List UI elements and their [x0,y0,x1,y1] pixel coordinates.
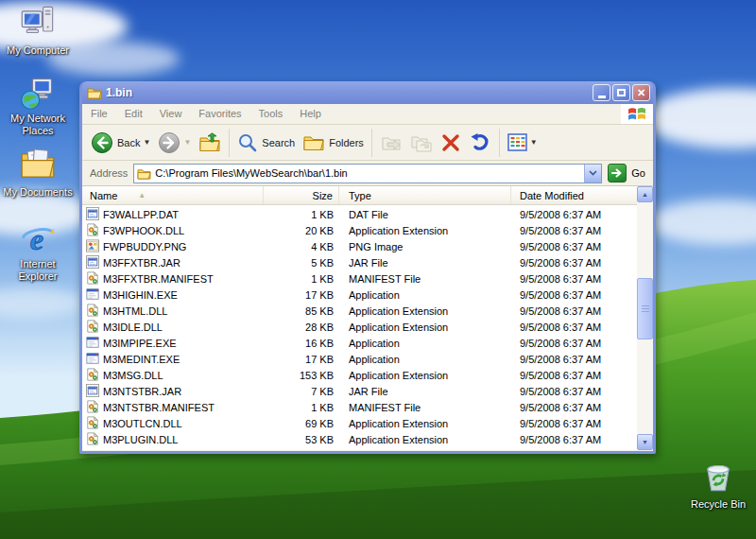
file-row[interactable]: FWPBUDDY.PNG4 KBPNG Image9/5/2008 6:37 A… [82,238,637,254]
window-title: 1.bin [106,86,593,99]
undo-icon [469,132,491,153]
file-date-modified: 9/5/2008 6:37 AM [511,418,637,429]
close-button[interactable]: ✕ [632,84,650,101]
file-row[interactable]: M3FFXTBR.JAR5 KBJAR File9/5/2008 6:37 AM [82,254,637,270]
my-documents-icon [19,146,57,182]
file-row[interactable]: M3OUTLCN.DLL69 KBApplication Extension9/… [82,415,637,431]
forward-button[interactable]: ▼ [154,130,195,156]
file-type: Application Extension [339,225,511,236]
file-size: 85 KB [264,305,339,317]
column-header-type[interactable]: Type [339,186,511,204]
desktop-icon-label: Recycle Bin [689,498,747,511]
desktop-icon-my-network-places[interactable]: My Network Places [0,76,76,138]
scroll-up-button[interactable]: ▲ [637,186,653,202]
file-type: JAR File [339,257,511,269]
file-type: DAT File [339,209,511,220]
menu-item-help[interactable]: Help [291,104,330,124]
copy-to-button[interactable] [406,130,437,155]
address-combo[interactable]: C:\Program Files\MyWebSearch\bar\1.bin [133,164,602,183]
desktop-icon-label: Internet Explorer [0,258,76,283]
desktop-icon-recycle-bin[interactable]: Recycle Bin [680,458,756,512]
delete-button[interactable] [437,130,465,155]
file-date-modified: 9/5/2008 6:37 AM [511,322,637,333]
file-type-icon [86,287,99,303]
toolbar-separator [499,129,500,157]
maximize-button[interactable] [612,84,630,101]
move-to-icon [380,132,403,153]
file-type-icon [86,320,99,335]
file-row[interactable]: M3MEDINT.EXE17 KBApplication9/5/2008 6:3… [82,351,637,367]
file-name: M3OUTLCN.DLL [103,418,182,429]
list-header: Name ▲ Size Type Date Modified [82,186,653,205]
views-button[interactable]: ▼ [504,131,541,153]
column-header-date-modified[interactable]: Date Modified [511,186,637,204]
file-row[interactable]: F3WPHOOK.DLL20 KBApplication Extension9/… [82,222,637,238]
file-size: 20 KB [264,225,339,236]
menu-item-view[interactable]: View [151,104,191,124]
up-button[interactable] [195,130,225,155]
file-date-modified: 9/5/2008 6:37 AM [511,225,637,236]
chevron-down-icon: ▼ [143,138,150,147]
vertical-scrollbar[interactable]: ▲ ▼ [637,186,653,450]
file-date-modified: 9/5/2008 6:37 AM [511,386,637,397]
move-to-button[interactable] [376,130,406,155]
file-date-modified: 9/5/2008 6:37 AM [511,402,637,413]
file-size: 5 KB [264,257,339,269]
address-bar: Address C:\Program Files\MyWebSearch\bar… [82,161,653,186]
undo-button[interactable] [465,130,495,155]
go-button[interactable] [608,164,627,183]
file-row[interactable]: M3IDLE.DLL28 KBApplication Extension9/5/… [82,319,637,335]
desktop-icon-my-documents[interactable]: My Documents [0,146,76,200]
scroll-down-button[interactable]: ▼ [637,434,653,450]
file-date-modified: 9/5/2008 6:37 AM [511,370,637,381]
menu-item-favorites[interactable]: Favorites [190,104,249,124]
file-type-icon [86,271,99,287]
file-row[interactable]: M3HIGHIN.EXE17 KBApplication9/5/2008 6:3… [82,287,637,303]
file-name: F3WALLPP.DAT [103,209,179,220]
file-type: PNG Image [339,241,511,252]
back-button[interactable]: Back ▼ [87,130,154,156]
column-header-name[interactable]: Name ▲ [82,186,264,204]
file-row[interactable]: M3HTML.DLL85 KBApplication Extension9/5/… [82,303,637,319]
internet-explorer-icon: e [19,221,57,257]
file-size: 1 KB [264,402,339,413]
chevron-down-icon: ▼ [183,138,191,147]
desktop-icon-my-computer[interactable]: My Computer [0,4,76,58]
search-button[interactable]: Search [233,130,299,155]
address-label: Address [90,167,128,179]
back-label: Back [117,137,140,148]
address-dropdown-button[interactable] [584,165,601,183]
file-name: M3HIGHIN.EXE [103,289,178,301]
title-bar[interactable]: 1.bin ✕ [82,81,653,104]
file-size: 4 KB [264,241,339,252]
menu-item-tools[interactable]: Tools [250,104,292,124]
desktop-icon-label: My Documents [1,186,74,199]
file-row[interactable]: M3FFXTBR.MANIFEST1 KBMANIFEST File9/5/20… [82,270,637,287]
file-row[interactable]: F3WALLPP.DAT1 KBDAT File9/5/2008 6:37 AM [82,206,637,222]
scrollbar-thumb[interactable] [637,278,653,339]
file-type: Application Extension [339,434,511,445]
menu-item-edit[interactable]: Edit [116,104,151,124]
column-header-size[interactable]: Size [264,186,339,204]
address-input[interactable]: C:\Program Files\MyWebSearch\bar\1.bin [155,167,584,179]
file-row[interactable]: M3NTSTBR.MANIFEST1 KBMANIFEST File9/5/20… [82,399,637,415]
file-list: Name ▲ Size Type Date Modified F3WALLPP.… [82,186,653,450]
file-date-modified: 9/5/2008 6:37 AM [511,354,637,365]
minimize-button[interactable] [593,84,610,101]
folders-button[interactable]: Folders [299,131,368,154]
file-row[interactable]: M3IMPIPE.EXE16 KBApplication9/5/2008 6:3… [82,335,637,351]
file-type: Application Extension [339,322,511,333]
desktop-icon-internet-explorer[interactable]: eInternet Explorer [0,221,76,284]
file-type: MANIFEST File [339,402,511,413]
file-type-icon [86,400,99,415]
folders-label: Folders [329,137,364,148]
menu-item-file[interactable]: File [82,104,116,124]
file-row[interactable]: M3NTSTBR.JAR7 KBJAR File9/5/2008 6:37 AM [82,383,637,399]
file-name: M3NTSTBR.JAR [103,386,181,397]
file-size: 28 KB [264,322,339,333]
file-row[interactable]: M3MSG.DLL153 KBApplication Extension9/5/… [82,367,637,383]
file-date-modified: 9/5/2008 6:37 AM [511,338,637,349]
file-row[interactable]: M3PLUGIN.DLL53 KBApplication Extension9/… [82,431,637,447]
file-name: M3NTSTBR.MANIFEST [103,402,215,413]
file-type-icon [86,352,99,367]
